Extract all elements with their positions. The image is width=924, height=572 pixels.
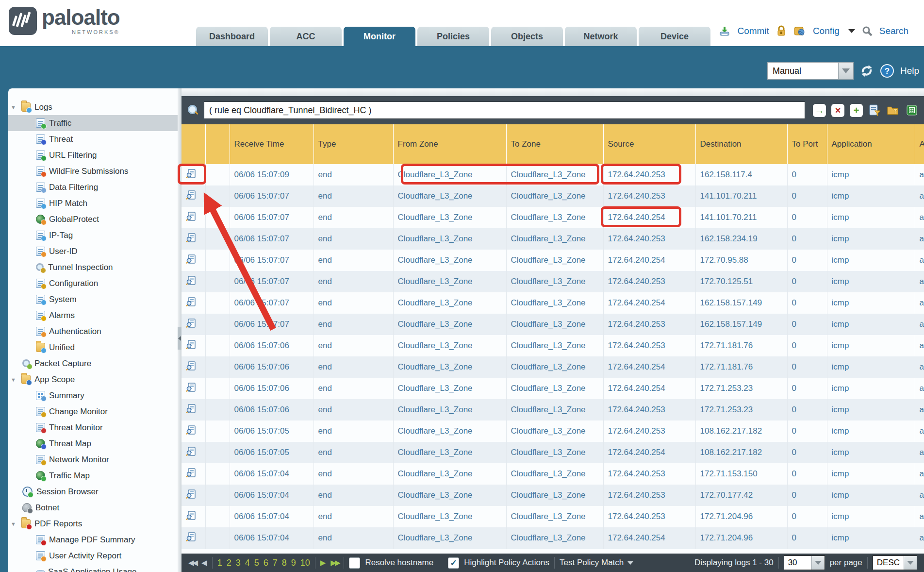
cell-from[interactable]: Cloudflare_L3_Zone	[393, 335, 506, 356]
cell-to[interactable]: Cloudflare_L3_Zone	[506, 527, 603, 549]
cell-port[interactable]: 0	[787, 421, 827, 442]
tab-acc[interactable]: ACC	[270, 27, 342, 46]
cell-to[interactable]: Cloudflare_L3_Zone	[506, 463, 603, 485]
cell-type[interactable]: end	[314, 421, 393, 442]
cell-to[interactable]: Cloudflare_L3_Zone	[506, 314, 603, 335]
cell-time[interactable]: 06/06 15:07:04	[230, 506, 314, 527]
cell-from[interactable]: Cloudflare_L3_Zone	[393, 378, 506, 399]
cell-detail[interactable]	[182, 335, 205, 356]
cell-detail[interactable]	[182, 399, 205, 421]
cell-to[interactable]: Cloudflare_L3_Zone	[506, 292, 603, 314]
cell-src[interactable]: 172.64.240.254	[603, 378, 695, 399]
cell-src[interactable]: 172.64.240.253	[603, 164, 695, 185]
cell-from[interactable]: Cloudflare_L3_Zone	[393, 399, 506, 421]
sidebar-item-manage-pdf-summary[interactable]: Manage PDF Summary	[8, 532, 178, 548]
sidebar-item-saas-application-usage[interactable]: SaaS Application Usage	[8, 564, 178, 572]
log-detail-icon[interactable]	[186, 447, 197, 456]
page-number-1[interactable]: 1	[217, 558, 222, 568]
cell-act[interactable]: a	[915, 164, 924, 185]
cell-to[interactable]: Cloudflare_L3_Zone	[506, 250, 603, 271]
cell-detail[interactable]	[182, 228, 205, 250]
save-filter-icon[interactable]	[868, 104, 881, 117]
cell-to[interactable]: Cloudflare_L3_Zone	[506, 442, 603, 463]
cell-port[interactable]: 0	[787, 442, 827, 463]
cell-src[interactable]: 172.64.240.254	[603, 356, 695, 378]
log-detail-icon[interactable]	[186, 532, 197, 541]
cell-type[interactable]: end	[314, 314, 393, 335]
log-detail-icon[interactable]	[186, 468, 197, 477]
cell-type[interactable]: end	[314, 399, 393, 421]
sidebar-item-threat[interactable]: Threat	[8, 131, 178, 147]
cell-act[interactable]: a	[915, 421, 924, 442]
cell-time[interactable]: 06/06 15:07:07	[230, 185, 314, 207]
cell-time[interactable]: 06/06 15:07:06	[230, 356, 314, 378]
cell-from[interactable]: Cloudflare_L3_Zone	[393, 292, 506, 314]
cell-port[interactable]: 0	[787, 356, 827, 378]
cell-from[interactable]: Cloudflare_L3_Zone	[393, 527, 506, 549]
cell-to[interactable]: Cloudflare_L3_Zone	[506, 356, 603, 378]
cell-from[interactable]: Cloudflare_L3_Zone	[393, 250, 506, 271]
cell-detail[interactable]	[182, 506, 205, 527]
cell-from[interactable]: Cloudflare_L3_Zone	[393, 164, 506, 185]
cell-app[interactable]: icmp	[827, 527, 915, 549]
cell-time[interactable]: 06/06 15:07:04	[230, 527, 314, 549]
cell-type[interactable]: end	[314, 442, 393, 463]
cell-src[interactable]: 172.64.240.253	[603, 314, 695, 335]
cell-to[interactable]: Cloudflare_L3_Zone	[506, 228, 603, 250]
sidebar-item-change-monitor[interactable]: Change Monitor	[8, 404, 178, 420]
cell-port[interactable]: 0	[787, 527, 827, 549]
column-header-empty[interactable]	[182, 124, 205, 164]
cell-detail[interactable]	[182, 185, 205, 207]
cell-type[interactable]: end	[314, 506, 393, 527]
cell-from[interactable]: Cloudflare_L3_Zone	[393, 506, 506, 527]
sidebar-item-alarms[interactable]: Alarms	[8, 307, 178, 323]
cell-dst[interactable]: 162.158.157.149	[695, 314, 787, 335]
cell-type[interactable]: end	[314, 463, 393, 485]
tab-device[interactable]: Device	[639, 27, 710, 46]
resolve-hostname-checkbox[interactable]	[349, 557, 360, 569]
cell-port[interactable]: 0	[787, 207, 827, 228]
tab-network[interactable]: Network	[565, 27, 637, 46]
cell-act[interactable]: a	[915, 399, 924, 421]
cell-type[interactable]: end	[314, 164, 393, 185]
sidebar-item-tunnel-inspection[interactable]: Tunnel Inspection	[8, 259, 178, 275]
cell-app[interactable]: icmp	[827, 164, 915, 185]
cell-src[interactable]: 172.64.240.253	[603, 506, 695, 527]
column-header-to-zone[interactable]: To Zone	[506, 124, 603, 164]
cell-type[interactable]: end	[314, 271, 393, 292]
sidebar-collapse-handle[interactable]	[178, 327, 182, 350]
sidebar-item-session-browser[interactable]: Session Browser	[8, 484, 178, 500]
cell-act[interactable]: a	[915, 271, 924, 292]
cell-type[interactable]: end	[314, 485, 393, 506]
cell-app[interactable]: icmp	[827, 463, 915, 485]
sidebar-item-packet-capture[interactable]: Packet Capture	[8, 355, 178, 371]
per-page-select[interactable]: 30	[784, 555, 825, 570]
sidebar-item-threat-monitor[interactable]: Threat Monitor	[8, 420, 178, 436]
sidebar-item-authentication[interactable]: Authentication	[8, 323, 178, 339]
cell-time[interactable]: 06/06 15:07:04	[230, 463, 314, 485]
cell-detail[interactable]	[182, 250, 205, 271]
cell-act[interactable]: a	[915, 506, 924, 527]
cell-port[interactable]: 0	[787, 335, 827, 356]
column-header-a[interactable]: A	[915, 124, 924, 164]
clear-filter-icon[interactable]: ×	[831, 104, 844, 117]
sidebar-item-network-monitor[interactable]: Network Monitor	[8, 452, 178, 468]
cell-time[interactable]: 06/06 15:07:09	[230, 164, 314, 185]
log-detail-icon[interactable]	[186, 489, 197, 499]
sidebar-item-ip-tag[interactable]: IP-Tag	[8, 227, 178, 243]
cell-port[interactable]: 0	[787, 271, 827, 292]
cell-src[interactable]: 172.64.240.254	[603, 207, 695, 228]
cell-detail[interactable]	[182, 527, 205, 549]
cell-port[interactable]: 0	[787, 250, 827, 271]
column-header-type[interactable]: Type	[314, 124, 393, 164]
cell-time[interactable]: 06/06 15:07:07	[230, 314, 314, 335]
sidebar-item-traffic-map[interactable]: Traffic Map	[8, 468, 178, 484]
cell-port[interactable]: 0	[787, 378, 827, 399]
cell-to[interactable]: Cloudflare_L3_Zone	[506, 485, 603, 506]
cell-port[interactable]: 0	[787, 164, 827, 185]
cell-detail[interactable]	[182, 271, 205, 292]
column-header-application[interactable]: Application	[827, 124, 915, 164]
log-detail-icon[interactable]	[186, 233, 197, 242]
cell-detail[interactable]	[182, 292, 205, 314]
cell-time[interactable]: 06/06 15:07:05	[230, 442, 314, 463]
